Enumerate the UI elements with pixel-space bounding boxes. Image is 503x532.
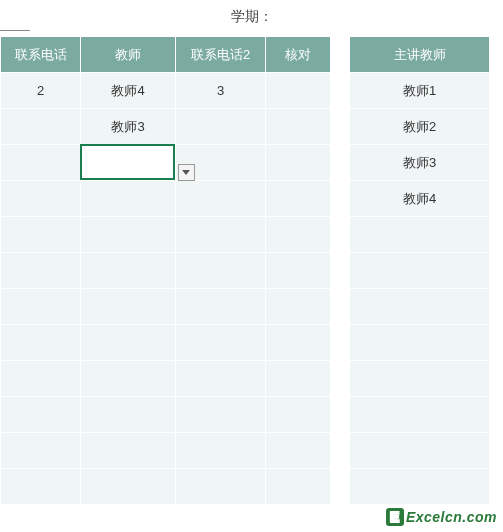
cell[interactable] [266, 325, 331, 361]
cell[interactable] [350, 217, 490, 253]
table-row [350, 325, 490, 361]
cell[interactable]: 3 [176, 73, 266, 109]
cell-dropdown-button[interactable] [178, 164, 195, 181]
cell[interactable] [176, 253, 266, 289]
main-col-header-3[interactable]: 核对 [266, 37, 331, 73]
table-row [350, 289, 490, 325]
cell[interactable] [350, 469, 490, 505]
semester-label: 学期： [231, 8, 273, 24]
cell[interactable] [176, 469, 266, 505]
table-row: 2教师43 [1, 73, 331, 109]
watermark-text: Excelcn.com [406, 509, 497, 525]
cell[interactable] [81, 397, 176, 433]
table-row: 教师4 [350, 181, 490, 217]
cell[interactable] [176, 397, 266, 433]
table-row [350, 361, 490, 397]
table-row [1, 325, 331, 361]
cell[interactable] [81, 181, 176, 217]
cell[interactable] [266, 361, 331, 397]
watermark-badge: E [386, 508, 404, 526]
side-header-row: 主讲教师 [350, 37, 490, 73]
cell[interactable] [81, 361, 176, 397]
cell[interactable] [266, 289, 331, 325]
main-table[interactable]: 联系电话教师联系电话2核对 2教师43教师3 [0, 36, 331, 505]
table-row [1, 433, 331, 469]
cell[interactable] [350, 289, 490, 325]
cell[interactable]: 教师4 [350, 181, 490, 217]
cell[interactable]: 教师2 [350, 109, 490, 145]
cell[interactable] [81, 469, 176, 505]
cell[interactable] [1, 181, 81, 217]
table-row [350, 433, 490, 469]
watermark: EExcelcn.com [386, 508, 497, 526]
cell[interactable] [81, 253, 176, 289]
cell[interactable] [266, 253, 331, 289]
table-row: 教师3 [350, 145, 490, 181]
table-row [1, 469, 331, 505]
cell[interactable] [176, 325, 266, 361]
table-row [350, 217, 490, 253]
side-body: 教师1教师2教师3教师4 [350, 73, 490, 505]
cell[interactable] [81, 433, 176, 469]
chevron-down-icon [182, 170, 190, 175]
cell[interactable] [350, 253, 490, 289]
cell[interactable]: 2 [1, 73, 81, 109]
cell[interactable]: 教师3 [350, 145, 490, 181]
cell[interactable] [176, 217, 266, 253]
cell[interactable] [1, 433, 81, 469]
table-row [350, 397, 490, 433]
table-row [350, 253, 490, 289]
cell[interactable]: 教师1 [350, 73, 490, 109]
cell[interactable]: 教师4 [81, 73, 176, 109]
sheet-container: 联系电话教师联系电话2核对 2教师43教师3 主讲教师 教师1教师2教师3教师4 [0, 36, 503, 505]
main-body: 2教师43教师3 [1, 73, 331, 505]
cell[interactable] [176, 361, 266, 397]
cell[interactable] [266, 469, 331, 505]
table-row: 教师2 [350, 109, 490, 145]
side-col-header-0[interactable]: 主讲教师 [350, 37, 490, 73]
table-row [350, 469, 490, 505]
cell[interactable] [176, 181, 266, 217]
cell[interactable] [350, 397, 490, 433]
table-row [1, 145, 331, 181]
cell[interactable] [266, 73, 331, 109]
table-row [1, 361, 331, 397]
title-underline [0, 30, 30, 31]
cell[interactable] [350, 325, 490, 361]
cell[interactable] [266, 181, 331, 217]
main-col-header-1[interactable]: 教师 [81, 37, 176, 73]
cell[interactable]: 教师3 [81, 109, 176, 145]
cell[interactable] [81, 145, 176, 181]
cell[interactable] [176, 289, 266, 325]
cell[interactable] [176, 433, 266, 469]
cell[interactable] [81, 325, 176, 361]
cell[interactable] [266, 217, 331, 253]
cell[interactable] [81, 217, 176, 253]
cell[interactable] [1, 361, 81, 397]
main-col-header-0[interactable]: 联系电话 [1, 37, 81, 73]
cell[interactable] [350, 361, 490, 397]
cell[interactable] [1, 145, 81, 181]
cell[interactable] [176, 109, 266, 145]
cell[interactable] [266, 397, 331, 433]
cell[interactable] [1, 289, 81, 325]
cell[interactable] [266, 433, 331, 469]
cell[interactable] [350, 433, 490, 469]
cell[interactable] [1, 325, 81, 361]
cell[interactable] [1, 469, 81, 505]
side-table[interactable]: 主讲教师 教师1教师2教师3教师4 [349, 36, 490, 505]
cell[interactable] [266, 145, 331, 181]
table-row [1, 397, 331, 433]
table-row: 教师1 [350, 73, 490, 109]
table-row [1, 181, 331, 217]
cell[interactable] [81, 289, 176, 325]
header-area: 学期： [0, 0, 503, 36]
main-col-header-2[interactable]: 联系电话2 [176, 37, 266, 73]
cell[interactable] [1, 109, 81, 145]
cell[interactable] [1, 253, 81, 289]
cell[interactable] [1, 217, 81, 253]
table-row [1, 217, 331, 253]
cell[interactable] [266, 109, 331, 145]
cell[interactable] [1, 397, 81, 433]
table-row [1, 253, 331, 289]
